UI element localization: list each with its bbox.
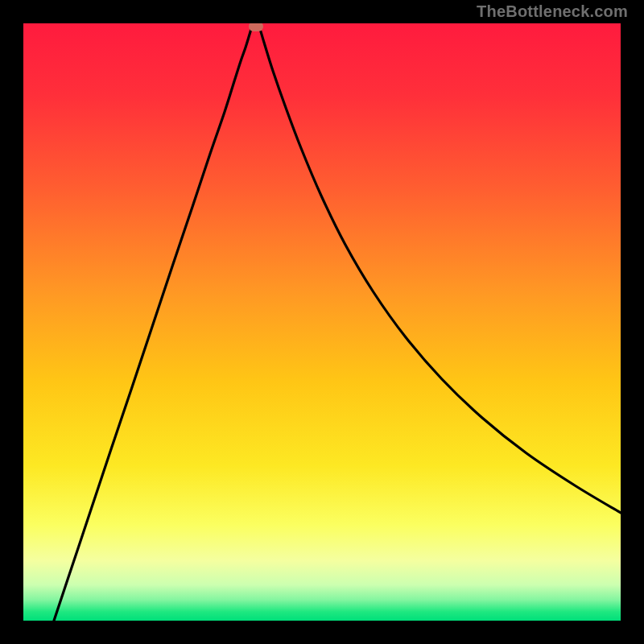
watermark-text: TheBottleneck.com — [477, 2, 628, 21]
chart-frame: TheBottleneck.com — [0, 0, 644, 644]
curve-right-branch — [260, 29, 621, 513]
bottleneck-curve — [23, 23, 621, 621]
optimum-marker — [249, 23, 263, 31]
plot-area — [23, 23, 621, 621]
curve-left-branch — [54, 29, 251, 621]
